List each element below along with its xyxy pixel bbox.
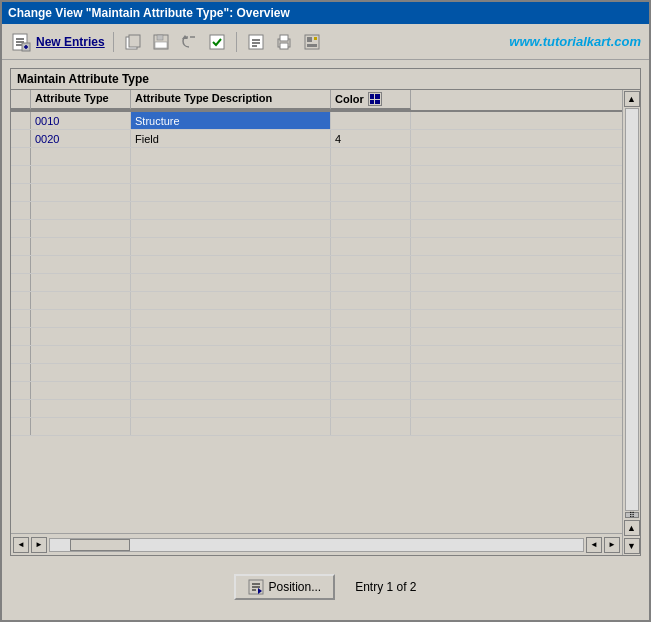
row-indicator-header bbox=[11, 90, 31, 110]
cell-empty bbox=[331, 166, 411, 183]
other-icon[interactable] bbox=[301, 31, 323, 53]
cell-color[interactable] bbox=[331, 112, 411, 129]
row-indicator bbox=[11, 112, 31, 129]
new-entries-label[interactable]: New Entries bbox=[36, 35, 105, 49]
row-indicator bbox=[11, 346, 31, 363]
table-row-empty[interactable] bbox=[11, 274, 622, 292]
new-entries-icon bbox=[10, 31, 32, 53]
new-entries-button[interactable]: New Entries bbox=[10, 31, 105, 53]
cell-empty bbox=[31, 166, 131, 183]
grid-settings-icon[interactable] bbox=[368, 92, 382, 106]
title-bar: Change View "Maintain Attribute Type": O… bbox=[2, 2, 649, 24]
table-row[interactable]: 0020 Field 4 bbox=[11, 130, 622, 148]
table-row-empty[interactable] bbox=[11, 418, 622, 436]
other-icon-svg bbox=[303, 33, 321, 51]
svg-rect-11 bbox=[155, 42, 167, 48]
row-indicator bbox=[11, 130, 31, 147]
table-body: 0010 Structure 0020 Field 4 bbox=[11, 112, 622, 533]
position-button[interactable]: Position... bbox=[234, 574, 335, 600]
vscroll-down-btn[interactable]: ▼ bbox=[624, 538, 640, 554]
hscroll-left-btn[interactable]: ◄ bbox=[13, 537, 29, 553]
table-row-empty[interactable] bbox=[11, 382, 622, 400]
table-row-empty[interactable] bbox=[11, 256, 622, 274]
watermark: www.tutorialkart.com bbox=[509, 34, 641, 49]
hscroll-prev-btn[interactable]: ◄ bbox=[586, 537, 602, 553]
cell-empty bbox=[131, 148, 331, 165]
undo-icon[interactable] bbox=[178, 31, 200, 53]
table-row-empty[interactable] bbox=[11, 220, 622, 238]
table-row-empty[interactable] bbox=[11, 238, 622, 256]
copy-icon[interactable] bbox=[122, 31, 144, 53]
table-title: Maintain Attribute Type bbox=[11, 69, 640, 90]
table-row[interactable]: 0010 Structure bbox=[11, 112, 622, 130]
cell-attr-desc[interactable]: Field bbox=[131, 130, 331, 147]
row-indicator bbox=[11, 202, 31, 219]
svg-rect-14 bbox=[210, 35, 224, 49]
table-row-empty[interactable] bbox=[11, 364, 622, 382]
cell-empty bbox=[31, 418, 131, 435]
row-indicator bbox=[11, 418, 31, 435]
position-icon bbox=[248, 579, 264, 595]
cell-empty bbox=[31, 238, 131, 255]
save-icon[interactable] bbox=[150, 31, 172, 53]
cell-empty bbox=[131, 238, 331, 255]
table-row-empty[interactable] bbox=[11, 202, 622, 220]
cell-empty bbox=[31, 256, 131, 273]
hscroll-next-btn[interactable]: ► bbox=[604, 537, 620, 553]
empty-rows bbox=[11, 148, 622, 436]
table-row-empty[interactable] bbox=[11, 328, 622, 346]
cell-empty bbox=[331, 328, 411, 345]
table-row-empty[interactable] bbox=[11, 184, 622, 202]
cell-empty bbox=[31, 202, 131, 219]
cell-empty bbox=[131, 346, 331, 363]
main-window: Change View "Maintain Attribute Type": O… bbox=[0, 0, 651, 622]
entry-info: Entry 1 of 2 bbox=[355, 580, 416, 594]
cell-attr-desc-highlighted[interactable]: Structure bbox=[131, 112, 331, 129]
horizontal-scrollbar: ◄ ► ◄ ► bbox=[11, 533, 622, 555]
cell-attr-type[interactable]: 0020 bbox=[31, 130, 131, 147]
cell-empty bbox=[331, 418, 411, 435]
table-row-empty[interactable] bbox=[11, 400, 622, 418]
svg-rect-8 bbox=[129, 35, 140, 47]
cell-empty bbox=[331, 202, 411, 219]
color-header-text: Color bbox=[335, 93, 364, 105]
title-text: Change View "Maintain Attribute Type": O… bbox=[8, 6, 290, 20]
check-icon[interactable] bbox=[206, 31, 228, 53]
hscroll-right-start-btn[interactable]: ► bbox=[31, 537, 47, 553]
hscroll-right-btns: ◄ ► bbox=[586, 537, 620, 553]
table-row-empty[interactable] bbox=[11, 310, 622, 328]
vscroll-up-btn[interactable]: ▲ bbox=[624, 91, 640, 107]
cell-empty bbox=[131, 292, 331, 309]
cell-empty bbox=[331, 256, 411, 273]
cell-empty bbox=[331, 184, 411, 201]
attr-desc-header: Attribute Type Description bbox=[131, 90, 331, 110]
export-icon-svg bbox=[247, 33, 265, 51]
vscroll-track[interactable] bbox=[625, 108, 639, 511]
undo-icon-svg bbox=[180, 33, 198, 51]
svg-rect-20 bbox=[280, 35, 288, 41]
table-row-empty[interactable] bbox=[11, 292, 622, 310]
cell-color-value[interactable]: 4 bbox=[331, 130, 411, 147]
cell-empty bbox=[131, 382, 331, 399]
row-indicator bbox=[11, 400, 31, 417]
row-indicator bbox=[11, 310, 31, 327]
cell-empty bbox=[331, 400, 411, 417]
table-row-empty[interactable] bbox=[11, 346, 622, 364]
cell-attr-type[interactable]: 0010 bbox=[31, 112, 131, 129]
cell-empty bbox=[31, 328, 131, 345]
table-row-empty[interactable] bbox=[11, 166, 622, 184]
table-row-empty[interactable] bbox=[11, 148, 622, 166]
row-indicator bbox=[11, 184, 31, 201]
cell-empty bbox=[131, 220, 331, 237]
vscroll-down-btn-up[interactable]: ▲ bbox=[624, 520, 640, 536]
cell-empty bbox=[31, 148, 131, 165]
hscroll-track[interactable] bbox=[49, 538, 584, 552]
cell-empty bbox=[131, 202, 331, 219]
row-indicator bbox=[11, 238, 31, 255]
vscroll-resize-handle[interactable]: ⠿ bbox=[625, 512, 639, 518]
export-icon[interactable] bbox=[245, 31, 267, 53]
svg-rect-25 bbox=[307, 44, 317, 47]
cell-empty bbox=[31, 184, 131, 201]
position-button-label: Position... bbox=[268, 580, 321, 594]
print-icon[interactable] bbox=[273, 31, 295, 53]
